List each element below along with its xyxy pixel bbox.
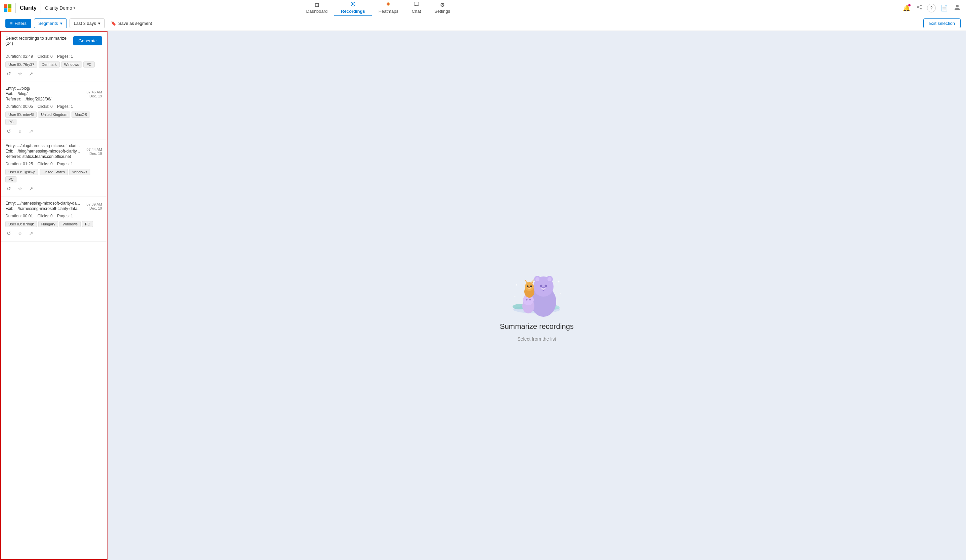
svg-point-39 <box>531 285 532 287</box>
card-country-tag: Denmark <box>39 61 60 67</box>
ms-logo-red <box>4 4 7 8</box>
card-device-tag: PC <box>5 176 16 182</box>
card-share-button[interactable]: ↗ <box>28 185 34 192</box>
card-referrer: Referrer: .../blog/2023/06/ <box>5 97 51 102</box>
days-filter-button[interactable]: Last 3 days ▾ <box>69 18 105 28</box>
card-replay-button[interactable]: ↺ <box>5 70 12 77</box>
card-userid-tag: User ID: miev5l <box>5 112 37 118</box>
card-share-button[interactable]: ↗ <box>28 70 34 77</box>
recordings-list: Select recordings to summarize (24) Gene… <box>0 31 107 560</box>
svg-line-9 <box>918 7 921 9</box>
summarize-illustration <box>500 250 574 317</box>
help-button[interactable]: ? <box>927 4 936 12</box>
card-duration: Duration: 01:25 <box>5 162 33 166</box>
recording-card[interactable]: Entry: .../blog/harnessing-microsoft-cla… <box>1 140 107 197</box>
card-os-tag: MacOS <box>72 112 90 118</box>
card-exit: Exit: .../blog/harnessing-microsoft-clar… <box>5 149 80 154</box>
svg-point-44 <box>514 296 516 297</box>
card-replay-button[interactable]: ↺ <box>5 185 12 192</box>
card-duration-row: Duration: 01:25 Clicks: 0 Pages: 1 <box>5 162 102 166</box>
app-name: Clarity <box>20 5 37 11</box>
nav-item-heatmaps[interactable]: Heatmaps <box>372 0 405 16</box>
card-star-button[interactable]: ☆ <box>16 70 23 77</box>
card-share-button[interactable]: ↗ <box>28 128 34 135</box>
nav-item-chat[interactable]: Chat <box>405 0 427 16</box>
card-star-button[interactable]: ☆ <box>16 128 23 135</box>
svg-point-42 <box>516 284 517 286</box>
card-meta-row: Entry: .../blog/harnessing-microsoft-cla… <box>5 143 102 159</box>
svg-point-38 <box>527 285 529 287</box>
exit-selection-button[interactable]: Exit selection <box>923 18 961 28</box>
days-label: Last 3 days <box>74 21 96 26</box>
project-selector[interactable]: Clarity Demo ▾ <box>45 5 75 11</box>
recording-card[interactable]: Entry: .../harnessing-microsoft-clarity-… <box>1 197 107 241</box>
card-replay-button[interactable]: ↺ <box>5 128 12 135</box>
card-userid-tag: User ID: b7niqk <box>5 221 37 227</box>
segments-chevron-icon: ▾ <box>60 21 62 26</box>
ms-logo-green <box>8 4 12 8</box>
card-pages: Pages: 1 <box>57 213 73 218</box>
card-clicks: Clicks: 0 <box>37 213 53 218</box>
card-replay-button[interactable]: ↺ <box>5 230 12 237</box>
card-userid-tag: User ID: 1gsilwp <box>5 169 38 175</box>
card-duration-row: Duration: 00:01 Clicks: 0 Pages: 1 <box>5 213 102 218</box>
save-segment-button[interactable]: 🔖 Save as segment <box>107 19 155 28</box>
recording-card[interactable]: Entry: .../blog/ Exit: .../blog/ Referre… <box>1 82 107 140</box>
nav-item-dashboard[interactable]: ⊞ Dashboard <box>300 0 335 16</box>
card-clicks: Clicks: 0 <box>37 162 53 166</box>
brand-logo: Clarity Clarity Demo ▾ <box>4 3 75 13</box>
recording-card[interactable]: Duration: 02:49 Clicks: 0 Pages: 1 User … <box>1 50 107 82</box>
card-entry: Entry: .../blog/harnessing-microsoft-cla… <box>5 143 80 148</box>
exit-label: Exit selection <box>929 21 955 26</box>
card-os-tag: Windows <box>69 169 90 175</box>
top-navigation: Clarity Clarity Demo ▾ ⊞ Dashboard Recor… <box>0 0 966 16</box>
svg-point-41 <box>528 287 531 288</box>
topnav-right: 🔔 ? 📄 <box>902 2 962 13</box>
card-referrer: Referrer: statics.teams.cdn.office.net <box>5 154 80 159</box>
card-tags: User ID: miev5l United Kingdom MacOS PC <box>5 112 102 125</box>
svg-point-33 <box>525 282 534 291</box>
card-actions: ↺ ☆ ↗ <box>5 185 102 192</box>
filters-button[interactable]: ≡ Filters <box>5 19 31 28</box>
svg-point-10 <box>956 5 959 7</box>
svg-point-20 <box>540 284 542 287</box>
main-layout: Select recordings to summarize (24) Gene… <box>0 31 966 560</box>
card-meta-row: Entry: .../blog/ Exit: .../blog/ Referre… <box>5 86 102 102</box>
generate-button[interactable]: Generate <box>73 36 102 45</box>
card-duration: Duration: 00:05 <box>5 104 33 109</box>
card-share-button[interactable]: ↗ <box>28 230 34 237</box>
segments-button[interactable]: Segments ▾ <box>34 18 67 28</box>
card-device-tag: PC <box>83 61 94 67</box>
nav-label-heatmaps: Heatmaps <box>378 9 398 14</box>
nav-label-recordings: Recordings <box>341 9 365 14</box>
share-button[interactable] <box>915 3 924 13</box>
nav-items: ⊞ Dashboard Recordings Heatmaps Chat ⚙ S… <box>300 0 457 16</box>
card-pages: Pages: 1 <box>57 162 73 166</box>
logo-divider <box>15 3 16 13</box>
nav-item-settings[interactable]: ⚙ Settings <box>427 0 457 16</box>
card-country-tag: Hungary <box>38 221 58 227</box>
card-pages: Pages: 1 <box>57 104 73 109</box>
card-star-button[interactable]: ☆ <box>16 230 23 237</box>
svg-point-3 <box>387 3 389 5</box>
bookmark-icon: 🔖 <box>111 21 116 26</box>
card-star-button[interactable]: ☆ <box>16 185 23 192</box>
notifications-button[interactable]: 🔔 <box>902 3 912 13</box>
card-os-tag: Windows <box>59 221 80 227</box>
card-exit: Exit: .../harnessing-microsoft-clarity-d… <box>5 206 80 211</box>
project-name-label: Clarity Demo <box>45 5 72 11</box>
svg-point-31 <box>529 299 531 301</box>
card-tags: User ID: 76ry37 Denmark Windows PC <box>5 61 102 67</box>
svg-point-17 <box>536 277 539 281</box>
settings-icon: ⚙ <box>440 2 445 8</box>
card-country-tag: United States <box>39 169 68 175</box>
document-button[interactable]: 📄 <box>939 3 949 13</box>
toolbar: ≡ Filters Segments ▾ Last 3 days ▾ 🔖 Sav… <box>0 16 966 31</box>
dashboard-icon: ⊞ <box>315 2 319 8</box>
account-button[interactable] <box>953 2 962 13</box>
nav-item-recordings[interactable]: Recordings <box>334 0 372 16</box>
nav-label-settings: Settings <box>434 9 450 14</box>
recordings-icon <box>350 2 356 8</box>
card-device-tag: PC <box>5 119 16 125</box>
svg-line-8 <box>918 5 921 7</box>
